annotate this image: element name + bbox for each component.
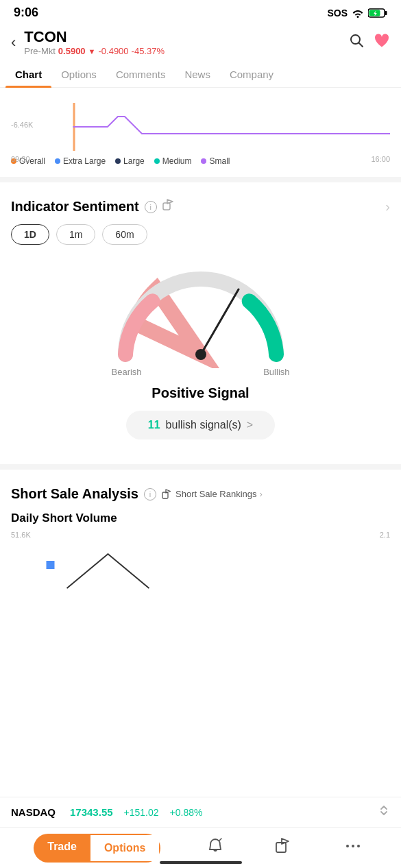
- gauge-container: Bearish Bullish Positive Signal 11 bulli…: [11, 258, 390, 450]
- chart-y-label: -6.46K: [11, 121, 390, 129]
- period-60m[interactable]: 60m: [102, 224, 147, 245]
- tab-comments[interactable]: Comments: [106, 62, 175, 87]
- header-actions: [349, 33, 390, 52]
- ticker-symbol: TCON: [24, 28, 349, 46]
- tab-chart[interactable]: Chart: [5, 62, 51, 87]
- pre-mkt-row: Pre-Mkt 0.5900 ▼ -0.4900 -45.37%: [24, 46, 349, 56]
- chart-x-start: 09:30: [11, 155, 30, 163]
- svg-line-4: [359, 43, 363, 47]
- sentiment-share-icon[interactable]: [162, 199, 175, 215]
- status-icons: SOS: [327, 8, 387, 19]
- ticker-expand-icon[interactable]: [378, 804, 390, 820]
- share-button[interactable]: [269, 832, 298, 865]
- ticker-bar-name: NASDAQ: [11, 806, 59, 818]
- pre-mkt-label: Pre-Mkt: [24, 46, 56, 56]
- ssa-title: Short Sale Analysis: [11, 486, 138, 502]
- sentiment-title-row: Indicator Sentiment i: [11, 199, 175, 215]
- ticker-bar-change: +151.02: [124, 807, 159, 818]
- options-label[interactable]: Options: [90, 834, 160, 863]
- period-1m[interactable]: 1m: [56, 224, 95, 245]
- rankings-share-icon: [162, 489, 173, 500]
- gauge-svg: [112, 265, 290, 368]
- ssa-rankings-chevron: ›: [260, 489, 263, 499]
- ssa-section-header: Short Sale Analysis i Short Sale Ranking…: [11, 486, 390, 502]
- tab-options[interactable]: Options: [51, 62, 106, 87]
- down-arrow-icon: ▼: [88, 47, 96, 56]
- sentiment-info-icon[interactable]: i: [145, 201, 157, 213]
- home-indicator: [160, 861, 242, 864]
- pre-mkt-price: 0.5900: [58, 46, 86, 56]
- sos-label: SOS: [327, 8, 348, 19]
- bullish-label: Bullish: [263, 367, 289, 377]
- sentiment-title: Indicator Sentiment: [11, 199, 139, 215]
- svg-rect-10: [47, 561, 55, 569]
- ssa-rankings-link[interactable]: Short Sale Rankings ›: [162, 489, 263, 500]
- header: ‹ TCON Pre-Mkt 0.5900 ▼ -0.4900 -45.37%: [0, 23, 401, 62]
- tab-company[interactable]: Company: [220, 62, 283, 87]
- pre-mkt-pct: -45.37%: [132, 46, 165, 56]
- svg-point-8: [195, 349, 206, 360]
- nav-tabs: Chart Options Comments News Company: [0, 62, 401, 88]
- gauge-labels: Bearish Bullish: [112, 367, 290, 377]
- trade-label[interactable]: Trade: [34, 834, 90, 863]
- gauge-wrapper: [112, 265, 290, 368]
- short-y2-label: 2.1: [380, 531, 390, 539]
- daily-short-title: Daily Short Volume: [11, 511, 390, 525]
- bearish-label: Bearish: [112, 367, 142, 377]
- search-button[interactable]: [349, 33, 364, 52]
- svg-point-15: [357, 845, 360, 847]
- tab-news[interactable]: News: [175, 62, 220, 87]
- svg-rect-9: [162, 492, 168, 498]
- signals-count: 11: [148, 419, 160, 431]
- chart-area: -6.46K 09:30 16:00: [0, 88, 401, 151]
- alert-button[interactable]: [201, 832, 230, 865]
- pre-mkt-change: -0.4900: [98, 46, 128, 56]
- sentiment-chevron-icon[interactable]: ›: [385, 199, 390, 215]
- ssa-rankings-label: Short Sale Rankings: [175, 489, 257, 499]
- indicator-sentiment-section: Indicator Sentiment i › 1D 1m 60m: [0, 188, 401, 459]
- ticker-bar-price: 17343.55: [70, 806, 113, 818]
- svg-rect-12: [276, 843, 286, 852]
- ticker-bar-pct: +0.88%: [170, 807, 203, 818]
- status-bar: 9:06 SOS: [0, 0, 401, 23]
- short-chart-svg: [11, 540, 390, 595]
- sentiment-section-header: Indicator Sentiment i ›: [11, 199, 390, 215]
- short-sale-chart: 51.6K 2.1: [11, 531, 390, 586]
- short-y-label: 51.6K: [11, 531, 31, 539]
- chart-x-row: 09:30 16:00: [11, 155, 390, 163]
- divider-1: [0, 177, 401, 182]
- status-time: 9:06: [14, 5, 38, 20]
- header-title-area: TCON Pre-Mkt 0.5900 ▼ -0.4900 -45.37%: [24, 28, 349, 56]
- short-sale-section: Short Sale Analysis i Short Sale Ranking…: [0, 475, 401, 594]
- signals-text: bullish signal(s): [166, 419, 241, 431]
- svg-rect-6: [163, 203, 170, 210]
- divider-2: [0, 464, 401, 470]
- signals-button[interactable]: 11 bullish signal(s) >: [126, 411, 275, 439]
- wifi-icon: [352, 8, 364, 18]
- svg-rect-1: [385, 11, 387, 15]
- chart-canvas: -6.46K 09:30 16:00: [11, 93, 390, 148]
- chart-x-end: 16:00: [371, 155, 390, 163]
- svg-point-13: [346, 845, 349, 847]
- more-button[interactable]: [339, 832, 367, 865]
- ssa-title-row: Short Sale Analysis i Short Sale Ranking…: [11, 486, 263, 502]
- svg-point-14: [352, 845, 354, 847]
- back-button[interactable]: ‹: [11, 34, 16, 51]
- period-1d[interactable]: 1D: [11, 224, 49, 245]
- gauge-signal-label: Positive Signal: [151, 385, 249, 401]
- battery-icon: [368, 8, 387, 18]
- ssa-info-icon[interactable]: i: [144, 488, 156, 501]
- svg-line-11: [219, 839, 221, 841]
- favorite-button[interactable]: [374, 33, 390, 52]
- svg-line-7: [201, 289, 239, 354]
- period-buttons: 1D 1m 60m: [11, 224, 390, 245]
- signals-arrow-icon: >: [247, 419, 253, 431]
- ticker-bar: NASDAQ 17343.55 +151.02 +0.88%: [0, 797, 401, 827]
- trade-options-button[interactable]: Trade Options: [34, 834, 160, 863]
